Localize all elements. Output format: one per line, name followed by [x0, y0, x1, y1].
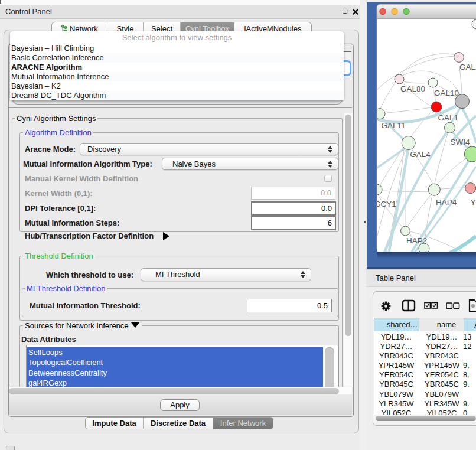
svg-text:GAL10: GAL10	[434, 89, 459, 97]
svg-text:GAL80: GAL80	[400, 84, 425, 93]
svg-text:YM: YM	[471, 198, 476, 207]
svg-text:HAP4: HAP4	[436, 198, 457, 207]
svg-text:GCY1: GCY1	[374, 200, 396, 208]
svg-text:GAL4: GAL4	[410, 150, 431, 159]
svg-text:GAL11: GAL11	[382, 121, 406, 130]
svg-text:GAL2: GAL2	[459, 63, 476, 71]
svg-text:HAP2: HAP2	[406, 236, 427, 245]
svg-text:GAL1: GAL1	[438, 113, 459, 122]
svg-text:SWI4: SWI4	[451, 138, 470, 146]
